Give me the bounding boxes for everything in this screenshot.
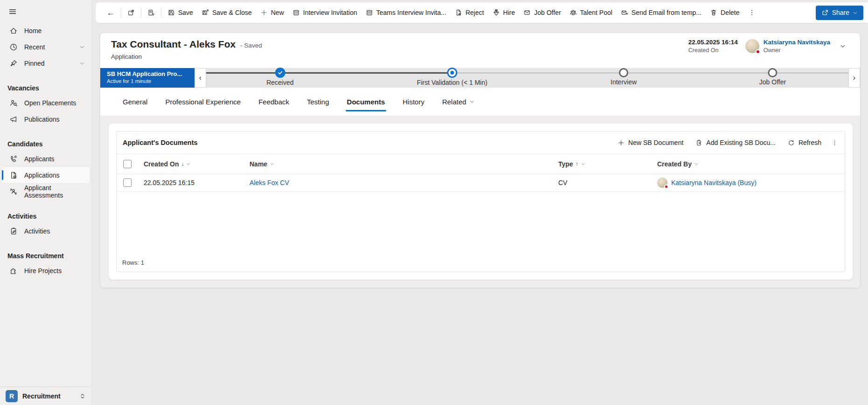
grid-more-commands-button[interactable] <box>828 135 841 150</box>
grid-actions: New SB Document Add Existing SB Docu... … <box>612 135 841 150</box>
form-switcher-icon <box>147 9 155 16</box>
save-icon <box>167 9 175 16</box>
owner-name-link[interactable]: Katsiaryna Navitskaya <box>764 39 830 46</box>
menu-toggle-button[interactable] <box>5 5 21 19</box>
hamburger-icon <box>8 7 17 16</box>
plus-icon <box>618 139 625 146</box>
save-button[interactable]: Save <box>163 5 197 20</box>
process-name: SB HCM Application Pro... <box>107 70 191 77</box>
process-scroll-left-button[interactable]: ‹ <box>194 68 206 88</box>
pin-icon <box>9 59 18 68</box>
save-close-icon <box>201 9 209 16</box>
sidebar-item-applicants[interactable]: Applicants <box>2 151 90 167</box>
chevron-down-icon <box>694 162 699 166</box>
tab-testing[interactable]: Testing <box>307 88 329 116</box>
sidebar-item-home[interactable]: Home <box>2 22 90 39</box>
tab-feedback[interactable]: Feedback <box>258 88 289 116</box>
stage-pending-circle-icon <box>619 68 628 77</box>
talent-pool-button[interactable]: Talent Pool <box>565 5 617 20</box>
more-commands-button[interactable] <box>744 5 760 20</box>
process-flyout-button[interactable]: SB HCM Application Pro... Active for 1 m… <box>100 68 194 88</box>
sidebar-item-applicant-assessments[interactable]: Applicant Assessments <box>2 183 90 199</box>
area-switcher-icon[interactable] <box>79 392 86 400</box>
sidebar-item-publications[interactable]: Publications <box>2 111 90 127</box>
hire-button[interactable]: Hire <box>488 5 520 20</box>
chevron-down-icon <box>853 10 858 15</box>
created-by-link[interactable]: Katsiaryna Navitskaya (Busy) <box>671 179 757 186</box>
grid-column-headers: Created On ↓ Name Type ↑ Created By <box>117 154 845 174</box>
created-on-label: Created On <box>688 47 738 54</box>
refresh-icon <box>788 139 795 146</box>
tab-related[interactable]: Related <box>442 88 475 116</box>
table-row[interactable]: 22.05.2025 16:15 Aleks Fox CV CV Katsiar… <box>117 174 845 192</box>
new-sb-document-button[interactable]: New SB Document <box>612 135 688 150</box>
grid-empty-space <box>117 192 845 256</box>
business-process-flow: SB HCM Application Pro... Active for 1 m… <box>100 68 860 88</box>
row-checkbox[interactable] <box>123 178 132 187</box>
sidebar-item-label: Recent <box>24 43 45 51</box>
column-header-type[interactable]: Type ↑ <box>553 160 652 168</box>
tab-general[interactable]: General <box>123 88 147 116</box>
stage-received[interactable]: Received <box>266 68 293 86</box>
tab-history[interactable]: History <box>403 88 424 116</box>
delete-button[interactable]: Delete <box>706 5 743 20</box>
job-offer-button[interactable]: Job Offer <box>519 5 565 20</box>
stage-active-dot-icon <box>447 68 457 78</box>
save-and-close-button[interactable]: Save & Close <box>197 5 256 20</box>
grid-header-bar: Applicant's Documents New SB Document Ad… <box>117 131 845 154</box>
sort-descending-icon: ↓ <box>181 161 184 167</box>
chevron-down-icon <box>186 162 191 166</box>
collapse-header-button[interactable] <box>838 41 848 51</box>
busy-presence-dot <box>756 49 760 54</box>
process-scroll-right-button[interactable]: › <box>848 68 860 88</box>
sidebar-item-hire-projects[interactable]: Hire Projects <box>2 262 90 279</box>
column-header-created-on[interactable]: Created On ↓ <box>138 160 244 168</box>
open-in-new-window-button[interactable] <box>123 5 139 20</box>
stage-job-offer[interactable]: Job Offer <box>759 68 786 86</box>
sidebar-item-recent[interactable]: Recent <box>2 39 90 55</box>
teams-interview-invitation-button[interactable]: Teams Interview Invita... <box>361 5 451 20</box>
owner-field: Katsiaryna Navitskaya Owner <box>745 39 830 54</box>
sidebar-section-candidates: Candidates <box>0 134 91 148</box>
form-switcher-button[interactable] <box>143 5 159 20</box>
trash-icon <box>710 9 717 16</box>
chevron-down-icon[interactable] <box>79 61 85 66</box>
created-on-field: 22.05.2025 16:14 Created On <box>688 39 738 54</box>
column-header-name[interactable]: Name <box>244 160 553 168</box>
reject-button[interactable]: Reject <box>451 5 488 20</box>
add-existing-sb-document-button[interactable]: Add Existing SB Docu... <box>690 135 781 150</box>
people-group-icon <box>569 9 577 16</box>
toolbar-divider <box>121 7 121 18</box>
send-mail-icon <box>621 9 628 16</box>
interview-invitation-button[interactable]: Interview Invitation <box>288 5 361 20</box>
chevron-down-icon[interactable] <box>79 44 85 50</box>
sidebar-item-activities[interactable]: Activities <box>2 223 90 239</box>
row-count-label: Rows: 1 <box>117 256 845 272</box>
owner-avatar <box>745 39 759 53</box>
tab-professional-experience[interactable]: Professional Experience <box>165 88 241 116</box>
column-header-created-by[interactable]: Created By <box>652 160 845 168</box>
tab-documents[interactable]: Documents <box>347 88 385 116</box>
sidebar-item-label: Pinned <box>24 60 45 67</box>
sidebar-item-label: Applicant Assessments <box>24 184 85 199</box>
chevron-right-icon: › <box>853 74 855 82</box>
sidebar-item-pinned[interactable]: Pinned <box>2 55 90 71</box>
grid-title: Applicant's Documents <box>123 139 198 146</box>
created-on-value: 22.05.2025 16:14 <box>688 39 738 46</box>
document-name-link[interactable]: Aleks Fox CV <box>250 179 289 186</box>
sidebar-item-open-placements[interactable]: Open Placements <box>2 95 90 111</box>
stage-first-validation[interactable]: First Validation (< 1 Min) <box>417 68 487 86</box>
stage-pending-circle-icon <box>768 68 777 77</box>
sidebar-section-mass-recruitment: Mass Recruitment <box>0 246 91 260</box>
share-button[interactable]: Share <box>816 6 863 20</box>
refresh-button[interactable]: Refresh <box>783 135 826 150</box>
clipboard-arrow-icon <box>695 139 702 146</box>
sidebar-item-applications[interactable]: Applications <box>2 167 90 183</box>
back-button[interactable]: ← <box>102 5 119 20</box>
stage-interview[interactable]: Interview <box>611 68 637 86</box>
sidebar-section-vacancies: Vacancies <box>0 78 91 92</box>
select-all-checkbox[interactable] <box>123 160 132 168</box>
send-email-button[interactable]: Send Email from temp... <box>617 5 706 20</box>
new-button[interactable]: New <box>256 5 288 20</box>
back-arrow-icon: ← <box>106 8 115 17</box>
